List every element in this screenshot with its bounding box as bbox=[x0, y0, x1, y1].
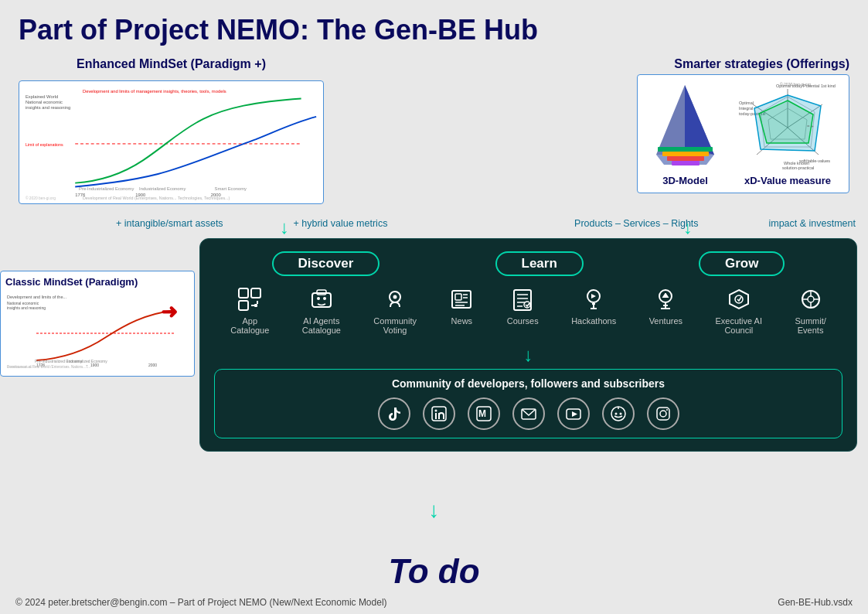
svg-rect-56 bbox=[239, 301, 248, 310]
courses-icon bbox=[510, 287, 535, 312]
courses-label: Courses bbox=[507, 316, 539, 326]
community-voting-item: CommunityVoting bbox=[373, 287, 417, 335]
svg-rect-21 bbox=[672, 161, 700, 165]
exec-ai-label: Executive AICouncil bbox=[715, 316, 762, 335]
ai-agents-icon bbox=[309, 287, 334, 312]
learn-tab[interactable]: Learn bbox=[495, 251, 584, 276]
community-title: Community of developers, followers and s… bbox=[226, 377, 831, 390]
main-chart-box: Explained World National economic insigh… bbox=[19, 80, 324, 204]
app-catalogue-icon bbox=[237, 287, 262, 312]
summit-icon bbox=[798, 287, 823, 312]
summit-item: Summit/Events bbox=[795, 287, 825, 335]
svg-rect-20 bbox=[667, 156, 704, 161]
classic-chart-svg: Development and limits of the... Nationa… bbox=[5, 291, 187, 368]
community-voting-label: CommunityVoting bbox=[373, 316, 417, 335]
hackathons-label: Hackathons bbox=[571, 316, 616, 326]
left-panel-title: Enhanced MindSet (Paradigm +) bbox=[19, 57, 324, 71]
svg-text:Smart Economy: Smart Economy bbox=[215, 186, 247, 191]
svg-text:Industrialized Economy: Industrialized Economy bbox=[139, 186, 186, 191]
svg-rect-0 bbox=[22, 85, 320, 200]
svg-text:Development of Real World (Ent: Development of Real World (Enterprises, … bbox=[83, 196, 230, 200]
linkedin-icon[interactable] bbox=[423, 397, 455, 430]
svg-text:insights and reasoning: insights and reasoning bbox=[26, 105, 70, 110]
hackathons-item: Hackathons bbox=[571, 287, 616, 326]
courses-item: Courses bbox=[507, 287, 539, 326]
hub-container: Discover Learn Grow AppCatalogue bbox=[199, 238, 857, 452]
svg-text:© 2020 ben-gi.org: © 2020 ben-gi.org bbox=[780, 82, 811, 87]
grow-tab[interactable]: Grow bbox=[699, 251, 785, 276]
svg-text:M: M bbox=[478, 408, 486, 419]
ann2: + hybrid value metrics bbox=[293, 218, 387, 229]
discord-icon[interactable] bbox=[602, 397, 635, 430]
tiktok-icon[interactable] bbox=[378, 397, 410, 430]
svg-point-94 bbox=[434, 410, 437, 412]
red-arrow: ➜ bbox=[161, 300, 178, 324]
teal-down-arrow: ↓ bbox=[214, 344, 842, 366]
svg-text:Development and limits of the.: Development and limits of the... bbox=[7, 295, 67, 299]
youtube-icon[interactable] bbox=[557, 397, 590, 430]
instagram-icon[interactable] bbox=[647, 397, 679, 430]
svg-point-88 bbox=[808, 296, 814, 302]
ai-agents-label: AI AgentsCatalogue bbox=[302, 316, 341, 335]
svg-marker-101 bbox=[572, 411, 577, 417]
svg-point-107 bbox=[660, 411, 666, 417]
svg-text:Development and limits of mana: Development and limits of management ins… bbox=[83, 89, 226, 94]
spider-svg: Optimal today Potential 1st kind Optimal… bbox=[737, 81, 838, 170]
bottom-teal-arrow: ↓ bbox=[429, 498, 440, 523]
svg-point-63 bbox=[323, 297, 326, 300]
xd-value-item: Optimal today Potential 1st kind Optimal… bbox=[737, 81, 838, 186]
hackathons-icon bbox=[581, 287, 606, 312]
exec-ai-item: Executive AICouncil bbox=[715, 287, 762, 335]
svg-point-103 bbox=[614, 413, 617, 415]
svg-point-104 bbox=[619, 413, 621, 415]
news-item: News bbox=[449, 287, 474, 326]
svg-point-62 bbox=[317, 297, 320, 300]
3d-model-item: 3D-Model bbox=[648, 81, 722, 186]
xd-label: xD-Value measure bbox=[744, 175, 831, 186]
svg-text:Explained World: Explained World bbox=[26, 94, 58, 99]
svg-text:Limit of explanations: Limit of explanations bbox=[26, 142, 63, 147]
svg-text:Optimal: Optimal bbox=[739, 101, 754, 105]
svg-text:solution-practical: solution-practical bbox=[782, 165, 814, 170]
page: Part of Project NEMO: The Gen-BE Hub Enh… bbox=[0, 0, 868, 614]
svg-text:© 2020 ben-gi.org: © 2020 ben-gi.org bbox=[26, 196, 56, 200]
discover-tab[interactable]: Discover bbox=[272, 251, 380, 276]
footer-left: © 2024 peter.bretscher@bengin.com – Part… bbox=[15, 597, 387, 608]
footer-right: Gen-BE-Hub.vsdx bbox=[778, 597, 853, 608]
svg-text:2000: 2000 bbox=[148, 363, 157, 367]
svg-marker-16 bbox=[685, 85, 714, 155]
svg-text:Pre-Industrialized Economy: Pre-Industrialized Economy bbox=[79, 186, 134, 191]
ventures-icon bbox=[653, 287, 678, 312]
hub-tabs-row: Discover Learn Grow bbox=[214, 251, 842, 276]
ventures-label: Ventures bbox=[649, 316, 682, 326]
svg-rect-55 bbox=[251, 288, 260, 298]
svg-rect-54 bbox=[239, 288, 248, 298]
email-icon[interactable] bbox=[512, 397, 545, 430]
annotations-row: + intangible/smart assets + hybrid value… bbox=[116, 218, 856, 229]
svg-text:insights and reasoning: insights and reasoning bbox=[7, 305, 46, 310]
svg-point-86 bbox=[735, 295, 743, 303]
svg-rect-19 bbox=[662, 152, 709, 156]
community-box: Community of developers, followers and s… bbox=[214, 369, 842, 438]
ai-agents-item: AI AgentsCatalogue bbox=[302, 287, 341, 335]
app-catalogue-label: AppCatalogue bbox=[230, 316, 269, 335]
footer: © 2024 peter.bretscher@bengin.com – Part… bbox=[15, 597, 853, 608]
classic-mindset-title: Classic MindSet (Paradigm) bbox=[5, 276, 189, 288]
svg-point-65 bbox=[393, 295, 397, 299]
hub-icons-row: AppCatalogue AI AgentsCatalogue bbox=[214, 287, 842, 335]
main-chart-svg: Explained World National economic insigh… bbox=[22, 84, 320, 200]
svg-text:© 2020 ben-gi.org: © 2020 ben-gi.org bbox=[7, 365, 32, 368]
svg-rect-67 bbox=[455, 294, 461, 300]
offerings-box: 3D-Model Optimal today Potential 1st kin… bbox=[637, 74, 849, 193]
medium-icon[interactable]: M bbox=[468, 397, 500, 430]
todo-label: To do bbox=[388, 552, 479, 591]
teal-arrow-right: ↓ bbox=[683, 218, 693, 237]
pyramid-svg bbox=[648, 81, 722, 170]
ventures-item: Ventures bbox=[649, 287, 682, 326]
svg-point-108 bbox=[666, 409, 668, 411]
right-panel-title: Smarter strategies (Offerings) bbox=[339, 57, 849, 71]
svg-text:National economic: National economic bbox=[26, 100, 63, 104]
svg-text:= +: = + bbox=[807, 124, 814, 128]
svg-text:soft/table-values: soft/table-values bbox=[799, 159, 830, 163]
svg-text:Industrialized Economy: Industrialized Economy bbox=[67, 359, 107, 363]
